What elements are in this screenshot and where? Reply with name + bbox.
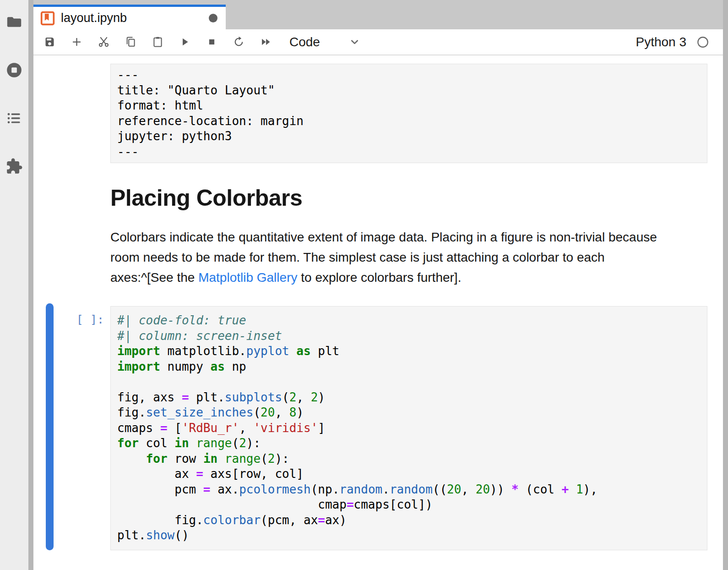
save-button[interactable] bbox=[43, 36, 56, 48]
cut-cell-button[interactable] bbox=[98, 36, 110, 48]
main-panel: layout.ipynb Code Python 3 bbox=[33, 0, 723, 570]
extensions-button[interactable] bbox=[0, 159, 28, 176]
code-cell-source[interactable]: #| code-fold: true#| column: screen-inse… bbox=[111, 307, 707, 550]
jupyterlab-window: layout.ipynb Code Python 3 bbox=[0, 0, 728, 570]
markdown-cell-gutter bbox=[33, 185, 110, 288]
raw-cell[interactable]: --- title: "Quarto Layout" format: html … bbox=[33, 64, 723, 163]
raw-cell-input[interactable]: --- title: "Quarto Layout" format: html … bbox=[110, 64, 707, 163]
chevron-down-icon bbox=[348, 36, 361, 48]
fast-forward-icon bbox=[260, 36, 272, 48]
interrupt-kernel-button[interactable] bbox=[206, 36, 218, 48]
insert-cell-below-button[interactable] bbox=[71, 36, 83, 48]
file-browser-button[interactable] bbox=[0, 14, 28, 32]
kernel-status-idle-icon[interactable] bbox=[696, 36, 709, 49]
notebook-icon bbox=[40, 11, 55, 26]
code-cell-gutter: [ ]: bbox=[33, 306, 110, 550]
raw-cell-source[interactable]: --- title: "Quarto Layout" format: html … bbox=[111, 64, 707, 163]
tab-bar: layout.ipynb bbox=[33, 0, 723, 29]
code-cell[interactable]: [ ]: #| code-fold: true#| column: screen… bbox=[33, 306, 723, 550]
plus-icon bbox=[71, 36, 83, 48]
play-icon bbox=[179, 36, 191, 48]
kernel-name[interactable]: Python 3 bbox=[636, 35, 686, 49]
run-cell-button[interactable] bbox=[179, 36, 191, 48]
notebook-content: --- title: "Quarto Layout" format: html … bbox=[33, 55, 723, 570]
tab-title: layout.ipynb bbox=[61, 11, 127, 25]
matplotlib-gallery-link[interactable]: Matplotlib Gallery bbox=[198, 270, 297, 285]
window-edge bbox=[723, 0, 728, 570]
selected-cell-indicator bbox=[46, 303, 54, 550]
copy-icon bbox=[125, 36, 137, 48]
save-icon bbox=[43, 36, 56, 48]
folder-icon bbox=[5, 13, 23, 33]
notebook-toolbar: Code Python 3 bbox=[33, 29, 723, 55]
sidebar-splitter[interactable] bbox=[28, 0, 33, 570]
restart-and-run-all-button[interactable] bbox=[260, 36, 272, 48]
stop-circle-icon bbox=[5, 61, 23, 81]
markdown-paragraph: Colorbars indicate the quantitative exte… bbox=[110, 227, 707, 288]
scissors-icon bbox=[98, 36, 110, 48]
toc-list-icon bbox=[5, 110, 23, 129]
markdown-cell[interactable]: Placing Colorbars Colorbars indicate the… bbox=[33, 185, 723, 288]
restart-icon bbox=[233, 36, 245, 48]
paste-cell-button[interactable] bbox=[152, 36, 164, 48]
cell-type-dropdown[interactable]: Code bbox=[289, 35, 361, 49]
cell-input-prompt: [ ]: bbox=[76, 313, 104, 326]
table-of-contents-button[interactable] bbox=[0, 110, 28, 128]
code-cell-input[interactable]: #| code-fold: true#| column: screen-inse… bbox=[110, 306, 707, 550]
running-kernels-button[interactable] bbox=[0, 62, 28, 80]
kernel-area: Python 3 bbox=[636, 35, 723, 49]
clipboard-icon bbox=[152, 36, 164, 48]
modified-dot-icon[interactable] bbox=[209, 14, 217, 22]
puzzle-icon bbox=[5, 158, 23, 177]
restart-kernel-button[interactable] bbox=[233, 36, 245, 48]
raw-cell-gutter bbox=[33, 64, 110, 163]
tab-layout-ipynb[interactable]: layout.ipynb bbox=[33, 5, 226, 29]
activity-sidebar bbox=[0, 0, 28, 570]
heading-placing-colorbars: Placing Colorbars bbox=[110, 185, 707, 211]
copy-cell-button[interactable] bbox=[125, 36, 137, 48]
stop-square-icon bbox=[206, 36, 218, 48]
cell-type-value: Code bbox=[289, 35, 320, 49]
